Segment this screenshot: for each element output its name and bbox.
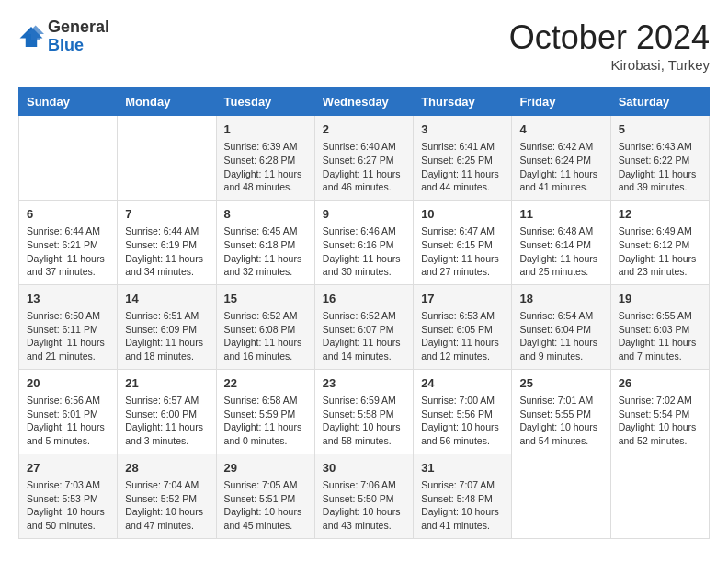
sunset-label: Sunset: 6:14 PM — [519, 239, 591, 250]
sunset-label: Sunset: 6:11 PM — [27, 324, 98, 335]
sunrise-label: Sunrise: 7:01 AM — [519, 395, 593, 406]
calendar-cell: 5Sunrise: 6:43 AMSunset: 6:22 PMDaylight… — [610, 116, 709, 201]
calendar-cell: 28Sunrise: 7:04 AMSunset: 5:52 PMDayligh… — [118, 454, 216, 538]
sunset-label: Sunset: 6:24 PM — [519, 155, 591, 166]
calendar-cell: 17Sunrise: 6:53 AMSunset: 6:05 PMDayligh… — [414, 284, 512, 369]
sunset-label: Sunset: 6:22 PM — [619, 155, 690, 166]
sunrise-label: Sunrise: 6:49 AM — [619, 225, 692, 236]
daylight-label: Daylight: 10 hours and 41 minutes. — [421, 506, 499, 531]
sunset-label: Sunset: 5:55 PM — [519, 408, 591, 419]
header-wednesday: Wednesday — [314, 88, 413, 116]
day-number: 1 — [224, 121, 307, 138]
day-number: 28 — [125, 460, 208, 477]
calendar-cell: 31Sunrise: 7:07 AMSunset: 5:48 PMDayligh… — [414, 454, 512, 538]
day-number: 18 — [519, 291, 602, 307]
calendar-week-4: 20Sunrise: 6:56 AMSunset: 6:01 PMDayligh… — [19, 369, 710, 454]
calendar-cell: 24Sunrise: 7:00 AMSunset: 5:56 PMDayligh… — [414, 369, 512, 454]
daylight-label: Daylight: 11 hours and 23 minutes. — [619, 253, 697, 278]
sunset-label: Sunset: 6:15 PM — [421, 239, 493, 250]
daylight-label: Daylight: 11 hours and 7 minutes. — [619, 337, 697, 362]
day-number: 29 — [224, 460, 307, 477]
sunrise-label: Sunrise: 6:47 AM — [421, 225, 495, 236]
daylight-label: Daylight: 10 hours and 47 minutes. — [125, 506, 203, 531]
calendar-cell: 8Sunrise: 6:45 AMSunset: 6:18 PMDaylight… — [216, 200, 314, 284]
day-number: 16 — [323, 291, 405, 307]
sunset-label: Sunset: 5:48 PM — [421, 493, 493, 504]
cell-content: Sunrise: 6:49 AMSunset: 6:12 PMDaylight:… — [619, 224, 701, 279]
calendar-week-2: 6Sunrise: 6:44 AMSunset: 6:21 PMDaylight… — [19, 200, 710, 284]
day-number: 17 — [421, 291, 504, 307]
day-number: 5 — [619, 121, 701, 138]
daylight-label: Daylight: 11 hours and 9 minutes. — [519, 337, 597, 362]
sunrise-label: Sunrise: 6:39 AM — [224, 141, 298, 152]
calendar-cell: 23Sunrise: 6:59 AMSunset: 5:58 PMDayligh… — [314, 369, 413, 454]
sunrise-label: Sunrise: 7:05 AM — [224, 479, 298, 490]
daylight-label: Daylight: 11 hours and 32 minutes. — [224, 253, 302, 278]
sunrise-label: Sunrise: 6:57 AM — [125, 395, 199, 406]
sunset-label: Sunset: 6:07 PM — [323, 324, 394, 335]
cell-content: Sunrise: 7:07 AMSunset: 5:48 PMDaylight:… — [421, 478, 504, 533]
calendar-body: 1Sunrise: 6:39 AMSunset: 6:28 PMDaylight… — [19, 116, 710, 539]
day-number: 22 — [224, 375, 307, 392]
calendar-cell: 12Sunrise: 6:49 AMSunset: 6:12 PMDayligh… — [610, 200, 709, 284]
cell-content: Sunrise: 7:01 AMSunset: 5:55 PMDaylight:… — [519, 394, 602, 448]
daylight-label: Daylight: 11 hours and 3 minutes. — [125, 421, 203, 446]
sunrise-label: Sunrise: 6:53 AM — [421, 310, 495, 321]
sunrise-label: Sunrise: 6:41 AM — [421, 141, 495, 152]
daylight-label: Daylight: 11 hours and 34 minutes. — [125, 253, 203, 278]
title-block: October 2024 Kirobasi, Turkey — [509, 18, 710, 73]
cell-content: Sunrise: 6:55 AMSunset: 6:03 PMDaylight:… — [619, 309, 701, 363]
header-sunday: Sunday — [19, 88, 118, 116]
sunset-label: Sunset: 6:28 PM — [224, 155, 296, 166]
cell-content: Sunrise: 6:45 AMSunset: 6:18 PMDaylight:… — [224, 224, 307, 279]
day-number: 30 — [323, 460, 405, 477]
calendar-cell: 27Sunrise: 7:03 AMSunset: 5:53 PMDayligh… — [19, 454, 118, 538]
cell-content: Sunrise: 6:41 AMSunset: 6:25 PMDaylight:… — [421, 140, 504, 194]
cell-content: Sunrise: 7:02 AMSunset: 5:54 PMDaylight:… — [619, 394, 701, 448]
sunrise-label: Sunrise: 6:44 AM — [27, 225, 100, 236]
daylight-label: Daylight: 10 hours and 52 minutes. — [619, 421, 697, 446]
calendar-cell: 15Sunrise: 6:52 AMSunset: 6:08 PMDayligh… — [216, 284, 314, 369]
cell-content: Sunrise: 6:56 AMSunset: 6:01 PMDaylight:… — [27, 394, 109, 448]
daylight-label: Daylight: 11 hours and 14 minutes. — [323, 337, 401, 362]
header-monday: Monday — [118, 88, 216, 116]
sunrise-label: Sunrise: 6:52 AM — [323, 310, 396, 321]
cell-content: Sunrise: 7:03 AMSunset: 5:53 PMDaylight:… — [27, 478, 109, 533]
sunrise-label: Sunrise: 7:07 AM — [421, 479, 495, 490]
header-row: Sunday Monday Tuesday Wednesday Thursday… — [19, 88, 710, 116]
cell-content: Sunrise: 6:58 AMSunset: 5:59 PMDaylight:… — [224, 394, 307, 448]
sunrise-label: Sunrise: 6:56 AM — [27, 395, 100, 406]
calendar-header: Sunday Monday Tuesday Wednesday Thursday… — [19, 88, 710, 116]
cell-content: Sunrise: 6:57 AMSunset: 6:00 PMDaylight:… — [125, 394, 208, 448]
cell-content: Sunrise: 7:04 AMSunset: 5:52 PMDaylight:… — [125, 478, 208, 533]
calendar-cell — [118, 116, 216, 201]
daylight-label: Daylight: 11 hours and 21 minutes. — [27, 337, 105, 362]
cell-content: Sunrise: 6:52 AMSunset: 6:08 PMDaylight:… — [224, 309, 307, 363]
day-number: 26 — [619, 375, 701, 392]
sunset-label: Sunset: 5:54 PM — [619, 408, 690, 419]
day-number: 11 — [519, 206, 602, 223]
sunrise-label: Sunrise: 7:04 AM — [125, 479, 199, 490]
location: Kirobasi, Turkey — [509, 57, 710, 73]
calendar-cell: 30Sunrise: 7:06 AMSunset: 5:50 PMDayligh… — [314, 454, 413, 538]
daylight-label: Daylight: 11 hours and 5 minutes. — [27, 421, 105, 446]
sunrise-label: Sunrise: 6:54 AM — [519, 310, 593, 321]
sunset-label: Sunset: 6:01 PM — [27, 408, 98, 419]
cell-content: Sunrise: 6:44 AMSunset: 6:19 PMDaylight:… — [125, 224, 208, 279]
sunrise-label: Sunrise: 6:44 AM — [125, 225, 199, 236]
header-tuesday: Tuesday — [216, 88, 314, 116]
calendar-week-3: 13Sunrise: 6:50 AMSunset: 6:11 PMDayligh… — [19, 284, 710, 369]
day-number: 21 — [125, 375, 208, 392]
sunset-label: Sunset: 5:50 PM — [323, 493, 394, 504]
day-number: 9 — [323, 206, 405, 223]
sunset-label: Sunset: 5:56 PM — [421, 408, 493, 419]
daylight-label: Daylight: 11 hours and 30 minutes. — [323, 253, 401, 278]
calendar-cell: 3Sunrise: 6:41 AMSunset: 6:25 PMDaylight… — [414, 116, 512, 201]
cell-content: Sunrise: 6:54 AMSunset: 6:04 PMDaylight:… — [519, 309, 602, 363]
calendar-cell: 16Sunrise: 6:52 AMSunset: 6:07 PMDayligh… — [314, 284, 413, 369]
daylight-label: Daylight: 11 hours and 18 minutes. — [125, 337, 203, 362]
calendar-cell: 6Sunrise: 6:44 AMSunset: 6:21 PMDaylight… — [19, 200, 118, 284]
calendar-cell: 14Sunrise: 6:51 AMSunset: 6:09 PMDayligh… — [118, 284, 216, 369]
sunrise-label: Sunrise: 6:51 AM — [125, 310, 199, 321]
daylight-label: Daylight: 10 hours and 45 minutes. — [224, 506, 302, 531]
